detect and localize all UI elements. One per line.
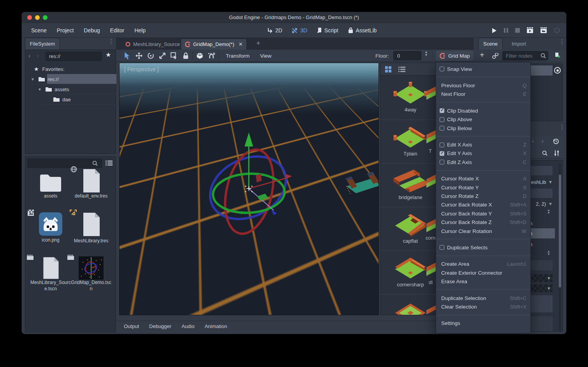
menu-help[interactable]: Help	[134, 27, 146, 34]
list-select-tool-icon[interactable]	[171, 52, 178, 59]
spin-updown-icon[interactable]: ▲▼	[547, 250, 550, 256]
view-menu-button[interactable]: View	[260, 49, 271, 62]
file-search-input[interactable]	[27, 159, 102, 168]
menu-item-duplicate-selection[interactable]: Duplicate SelectionShift+C	[436, 294, 530, 302]
tab-animation[interactable]: Animation	[204, 323, 227, 329]
tab-audio[interactable]: Audio	[181, 323, 194, 329]
tree-row-dae[interactable]: dae	[25, 94, 116, 104]
menu-item-cursor-back-rotate-y[interactable]: Cursor Back Rotate YShift+S	[436, 209, 530, 218]
menu-debug[interactable]: Debug	[84, 27, 100, 34]
menu-item-cursor-clear-rotation[interactable]: Cursor Clear RotationW	[436, 227, 530, 235]
group-icon[interactable]	[196, 52, 203, 59]
floor-spinbox[interactable]	[393, 51, 421, 60]
grid-map-menu-button[interactable]: Grid Map	[436, 51, 474, 61]
tab-meshlibrary-source[interactable]: MeshLibrary_Source	[121, 39, 184, 49]
spin-updown-icon[interactable]: ▲▼	[547, 209, 550, 214]
menu-item-cursor-back-rotate-z[interactable]: Cursor Back Rotate ZShift+D	[436, 218, 530, 226]
filesystem-dock-tab[interactable]: FileSystem	[25, 38, 60, 49]
history-back-icon[interactable]: ‹	[532, 138, 534, 144]
menu-item-cursor-rotate-y[interactable]: Cursor Rotate YS	[436, 183, 530, 192]
play-custom-scene-button[interactable]	[540, 27, 547, 34]
scale-tool-icon[interactable]	[159, 52, 166, 59]
viewport-3d[interactable]: [ Perspective ]	[119, 63, 379, 315]
menu-item-next-floor[interactable]: Next FloorE	[436, 90, 530, 99]
stop-button[interactable]	[515, 28, 520, 33]
attach-script-icon[interactable]	[554, 52, 560, 59]
menu-item-edit-x-axis[interactable]: Edit X AxisZ	[436, 140, 530, 149]
search-icon[interactable]	[542, 150, 548, 156]
menu-item-cursor-rotate-x[interactable]: Cursor Rotate XA	[436, 175, 530, 183]
mode-script-button[interactable]: Script	[317, 27, 338, 34]
history-forward-icon[interactable]: ›	[542, 138, 544, 144]
move-tool-icon[interactable]	[136, 52, 143, 59]
menu-separator	[436, 311, 530, 319]
add-node-button[interactable]: +	[480, 51, 484, 60]
menu-item-cursor-back-rotate-x[interactable]: Cursor Back Rotate XShift+A	[436, 201, 530, 209]
inspector-tools-icon[interactable]	[554, 150, 560, 156]
menu-item-create-area[interactable]: Create AreaLaunch1	[436, 260, 530, 268]
lock-icon[interactable]	[182, 52, 189, 59]
menu-item-previous-floor[interactable]: Previous FloorQ	[436, 81, 530, 90]
thumbnail-view-icon[interactable]	[385, 66, 391, 72]
file-item-assets[interactable]: assets	[29, 173, 72, 199]
instance-scene-icon[interactable]	[492, 53, 498, 59]
snap-icon[interactable]	[208, 52, 215, 59]
menu-item-clear-selection[interactable]: Clear SelectionShift+X	[436, 302, 530, 311]
play-button[interactable]	[491, 28, 497, 34]
chevron-down-icon[interactable]: ▼	[31, 77, 35, 81]
menu-item-clip-above[interactable]: Clip Above	[436, 115, 530, 124]
mode-assetlib-button[interactable]: AssetLib	[348, 27, 377, 34]
tree-row-res[interactable]: ▼ res://	[25, 74, 116, 84]
mode-2d-button[interactable]: 2D	[267, 27, 282, 34]
inspector-scrollbar[interactable]	[559, 164, 561, 332]
file-item-meshlibrary-source[interactable]: MeshLibrary_Source.tscn	[29, 256, 72, 292]
file-item-icon-png[interactable]: icon.png	[29, 212, 72, 243]
menu-project[interactable]: Project	[57, 27, 74, 34]
menu-item-edit-z-axis[interactable]: Edit Z AxisC	[436, 158, 530, 166]
select-tool-icon[interactable]	[124, 52, 131, 59]
menu-item-cursor-rotate-z[interactable]: Cursor Rotate ZD	[436, 192, 530, 200]
list-view-icon[interactable]	[398, 67, 405, 72]
file-item-gridmap-demo[interactable]: GridMap_Demo.tscn	[70, 256, 113, 292]
tab-debugger[interactable]: Debugger	[149, 323, 171, 329]
nav-back-icon[interactable]: ‹	[28, 52, 30, 59]
scrollbar-thumb[interactable]	[559, 175, 561, 288]
file-item-default-env[interactable]: default_env.tres	[70, 168, 113, 199]
scene-dock-menu-icon[interactable]: ⋮	[559, 41, 565, 43]
menu-scene[interactable]: Scene	[31, 27, 47, 34]
menu-item-settings[interactable]: Settings	[436, 319, 530, 328]
tree-row-favorites[interactable]: ★ Favorites:	[25, 64, 116, 74]
rotate-tool-icon[interactable]	[147, 52, 154, 59]
tab-scene[interactable]: Scene	[478, 38, 503, 49]
path-breadcrumb[interactable]: res://	[46, 52, 102, 61]
filesystem-dock-menu-icon[interactable]: ⋮	[108, 40, 114, 42]
new-tab-button[interactable]: +	[256, 39, 261, 48]
tab-gridmap-demo[interactable]: GridMap_Demo(*) ✕	[181, 39, 247, 49]
menu-item-clip-disabled[interactable]: Clip Disabled	[436, 106, 530, 115]
chevron-down-icon[interactable]: ▼	[38, 87, 42, 92]
tree-row-assets[interactable]: ▼ assets	[25, 84, 116, 94]
tab-output[interactable]: Output	[124, 323, 139, 329]
nav-forward-icon[interactable]: ›	[37, 52, 39, 59]
favorite-star-icon[interactable]: ★	[106, 51, 111, 58]
file-item-meshlibrary-tres[interactable]: MeshLibrary.tres	[70, 212, 113, 244]
menu-item-create-exterior-connector[interactable]: Create Exterior Connector	[436, 268, 530, 277]
menu-item-hotkey: Z	[523, 142, 526, 148]
pause-button[interactable]	[503, 28, 509, 33]
menu-item-edit-y-axis[interactable]: Edit Y AxisX	[436, 149, 530, 158]
play-scene-button[interactable]	[526, 27, 533, 34]
menu-editor[interactable]: Editor	[110, 27, 125, 34]
close-tab-icon[interactable]: ✕	[238, 41, 243, 47]
menu-item-clip-below[interactable]: Clip Below	[436, 124, 530, 132]
visibility-eye-icon[interactable]	[554, 67, 561, 74]
inspector-dock-menu-icon[interactable]: ⋮	[559, 126, 565, 128]
list-view-toggle-icon[interactable]	[106, 160, 113, 166]
history-icon[interactable]	[553, 138, 559, 145]
tab-import[interactable]: Import	[507, 38, 531, 49]
menu-item-duplicate-selects[interactable]: Duplicate Selects	[436, 243, 530, 252]
menu-item-snap-view[interactable]: Snap View	[436, 65, 530, 73]
menu-item-erase-area[interactable]: Erase Area	[436, 277, 530, 286]
transform-menu-button[interactable]: Transform	[226, 49, 250, 62]
floor-updown-icon[interactable]: ▲▼	[424, 50, 428, 56]
mode-3d-button[interactable]: 3D	[292, 27, 307, 34]
